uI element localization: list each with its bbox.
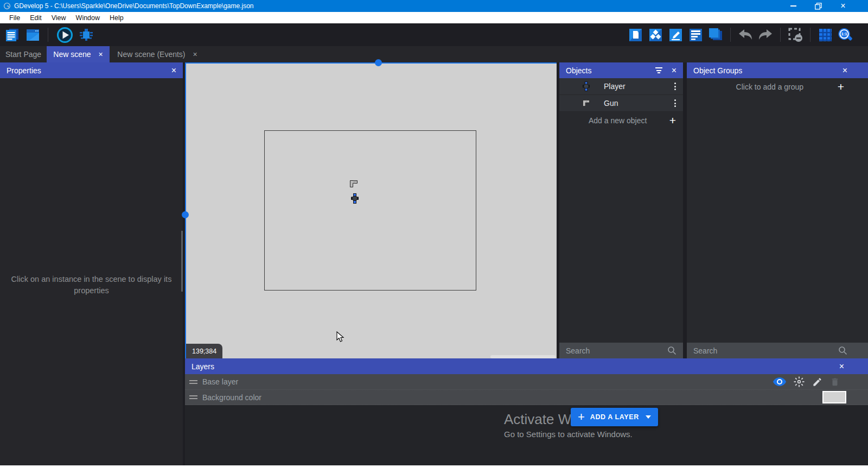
object-row-gun[interactable]: Gun xyxy=(559,95,683,112)
debug-button[interactable] xyxy=(79,27,94,42)
object-menu-icon[interactable] xyxy=(674,99,676,107)
tab-close-icon[interactable]: × xyxy=(193,51,197,58)
tab-start-page[interactable]: Start Page xyxy=(0,46,47,62)
restore-button[interactable] xyxy=(814,2,822,10)
properties-panel: Properties × Click on an instance in the… xyxy=(0,62,183,465)
mouse-cursor-icon xyxy=(336,331,344,343)
toolbar-separator xyxy=(730,28,731,42)
objects-list-background xyxy=(559,129,683,343)
player-instance-sprite[interactable] xyxy=(351,193,359,204)
play-preview-button[interactable] xyxy=(56,26,73,43)
watermark-line2: Go to Settings to activate Windows. xyxy=(504,430,633,439)
project-manager-button[interactable] xyxy=(4,27,20,42)
tab-label: Start Page xyxy=(5,50,41,59)
close-panel-icon[interactable]: × xyxy=(839,362,844,371)
workspace: Properties × Click on an instance in the… xyxy=(0,62,868,465)
toggle-object-groups-panel-button[interactable] xyxy=(648,27,663,42)
objects-searchbar xyxy=(559,343,683,358)
redo-button[interactable] xyxy=(758,27,773,42)
tab-close-icon[interactable]: × xyxy=(99,51,103,58)
panel-title: Objects xyxy=(566,66,655,75)
properties-panel-icon xyxy=(668,28,683,42)
window-title: GDevelop 5 - C:\Users\Sparkle\OneDrive\D… xyxy=(14,2,254,10)
window-resize-handle-top[interactable] xyxy=(375,59,382,66)
undo-icon xyxy=(738,28,753,41)
search-icon xyxy=(838,346,847,355)
cursor-coordinates-badge: 139;384 xyxy=(186,344,222,358)
object-menu-icon[interactable] xyxy=(674,83,676,90)
tab-new-scene[interactable]: New scene × xyxy=(47,46,110,62)
scene-canvas[interactable]: 139;384 xyxy=(185,62,557,358)
toggle-properties-panel-button[interactable] xyxy=(668,27,683,42)
toggle-instances-list-button[interactable] xyxy=(688,27,703,42)
close-panel-icon[interactable]: × xyxy=(171,66,176,75)
titlebar: GDevelop 5 - C:\Users\Sparkle\OneDrive\D… xyxy=(0,0,868,12)
object-groups-panel: Object Groups × Click to add a group + xyxy=(687,62,868,358)
instances-list-icon xyxy=(688,28,703,42)
layer-delete-trash-icon[interactable] xyxy=(830,377,840,387)
layer-row-base[interactable]: Base layer xyxy=(185,374,868,390)
object-name: Gun xyxy=(604,99,674,108)
toggle-layers-panel-button[interactable] xyxy=(708,27,723,42)
close-panel-icon[interactable]: × xyxy=(843,66,847,75)
gun-instance-sprite[interactable] xyxy=(349,180,358,188)
window-icon xyxy=(25,28,40,42)
background-color-swatch[interactable] xyxy=(822,391,846,403)
toggle-mask-button[interactable] xyxy=(788,27,803,42)
tab-new-scene-events[interactable]: New scene (Events) × xyxy=(110,46,205,62)
layer-name: Base layer xyxy=(202,377,773,386)
menu-file[interactable]: File xyxy=(4,12,25,23)
menu-help[interactable]: Help xyxy=(105,12,129,23)
objects-panel: Objects × Player xyxy=(559,62,683,358)
minimize-button[interactable] xyxy=(789,2,797,10)
objects-panel-icon xyxy=(628,28,643,42)
toolbar-separator xyxy=(810,28,810,42)
menu-view[interactable]: View xyxy=(47,12,71,23)
gdevelop-logo-icon xyxy=(3,2,11,10)
layer-edit-pencil-icon[interactable] xyxy=(812,377,822,387)
plus-icon: + xyxy=(838,81,844,92)
tab-label: New scene (Events) xyxy=(117,50,185,59)
object-groups-searchbar xyxy=(687,343,868,358)
objects-search-input[interactable] xyxy=(566,346,667,355)
game-window-border xyxy=(264,130,476,291)
filter-icon[interactable] xyxy=(655,67,662,73)
add-group-label: Click to add a group xyxy=(687,83,838,91)
menu-window[interactable]: Window xyxy=(71,12,105,23)
zoom-reset-button[interactable]: 1:1 xyxy=(838,27,853,42)
object-row-player[interactable]: Player xyxy=(559,78,683,95)
layer-effects-icon[interactable] xyxy=(794,376,805,387)
add-group-button[interactable]: Click to add a group + xyxy=(687,78,868,95)
add-layer-button[interactable]: + ADD A LAYER xyxy=(571,408,658,426)
object-groups-background xyxy=(687,95,868,343)
scrollbar-thumb[interactable] xyxy=(181,231,183,292)
toggle-grid-button[interactable] xyxy=(818,27,833,42)
drag-handle-icon[interactable] xyxy=(189,395,197,399)
chevron-down-icon[interactable] xyxy=(646,415,651,419)
object-groups-panel-icon xyxy=(648,28,663,42)
object-name: Player xyxy=(604,82,674,91)
tab-label: New scene xyxy=(53,50,91,59)
properties-header: Properties × xyxy=(0,62,183,78)
close-button[interactable]: × xyxy=(839,2,847,10)
layers-panel-icon xyxy=(708,27,723,42)
properties-empty-message: Click on an instance in the scene to dis… xyxy=(9,274,175,296)
panel-title: Layers xyxy=(192,362,839,371)
object-groups-search-input[interactable] xyxy=(693,346,838,355)
plus-icon: + xyxy=(578,411,585,423)
close-panel-icon[interactable]: × xyxy=(672,66,676,75)
add-object-label: Add a new object xyxy=(589,116,669,125)
undo-button[interactable] xyxy=(738,27,753,42)
start-page-button[interactable] xyxy=(25,27,40,42)
restore-icon xyxy=(815,3,822,10)
search-icon xyxy=(667,346,676,355)
drag-handle-icon[interactable] xyxy=(189,380,197,384)
layer-row-background-color[interactable]: Background color xyxy=(185,390,868,405)
layers-panel-background: Activate Windows Go to Settings to activ… xyxy=(185,405,868,465)
window-resize-handle-left[interactable] xyxy=(182,211,189,218)
add-new-object-button[interactable]: Add a new object + xyxy=(559,112,683,129)
toggle-objects-panel-button[interactable] xyxy=(628,27,643,42)
menu-edit[interactable]: Edit xyxy=(25,12,47,23)
layer-visibility-eye-icon[interactable] xyxy=(773,377,786,386)
project-manager-icon xyxy=(5,28,20,42)
